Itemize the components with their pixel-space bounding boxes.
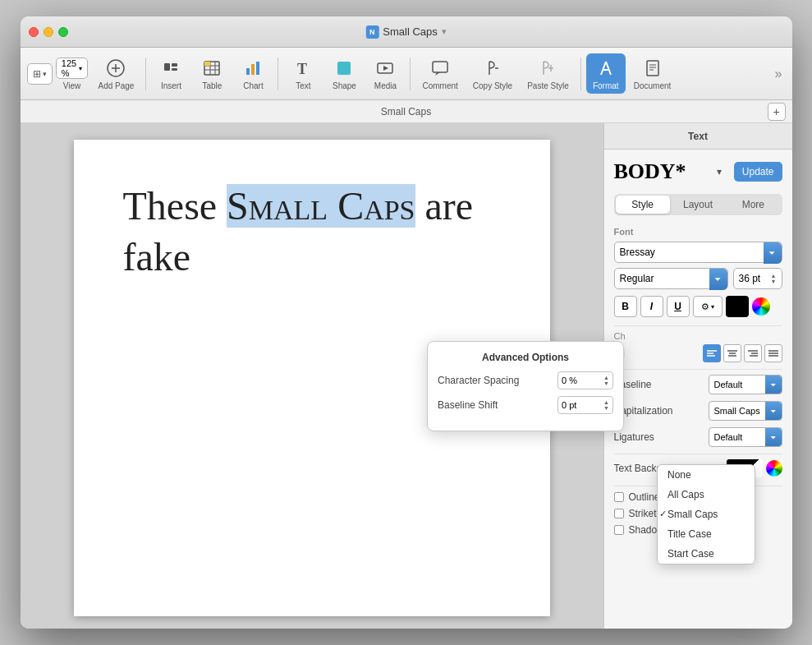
text-color-swatch[interactable] bbox=[726, 296, 749, 317]
char-section-label: Ch bbox=[614, 331, 782, 341]
panel-header: Text bbox=[604, 123, 792, 150]
svg-rect-21 bbox=[647, 61, 658, 76]
media-toolbar-item[interactable]: Media bbox=[365, 53, 405, 94]
svg-rect-13 bbox=[251, 64, 255, 75]
document-bar: Small Caps + bbox=[21, 100, 792, 123]
view-zoom-group: ⊞ ▾ bbox=[27, 63, 53, 85]
font-style-row: Regular ⏷ 36 pt ▲▼ bbox=[614, 268, 782, 289]
char-spacing-input[interactable]: 0 % ▲▼ bbox=[557, 371, 613, 389]
document-toolbar-item[interactable]: Document bbox=[627, 53, 678, 94]
ligatures-select[interactable]: Default ⏷ bbox=[709, 427, 782, 447]
capitalization-select[interactable]: Small Caps ⏷ bbox=[709, 401, 782, 421]
toolbar-separator-1 bbox=[145, 58, 146, 90]
minimize-button[interactable] bbox=[44, 27, 53, 37]
font-size-input[interactable]: 36 pt ▲▼ bbox=[733, 268, 782, 289]
svg-rect-12 bbox=[246, 68, 250, 75]
toolbar: ⊞ ▾ 125 % ▾ View Add Page bbox=[21, 48, 792, 100]
text-toolbar-item[interactable]: T Text bbox=[283, 53, 323, 94]
ligatures-row: Ligatures Default ⏷ bbox=[614, 427, 782, 447]
font-size-stepper[interactable]: ▲▼ bbox=[771, 273, 777, 284]
format-toolbar-item[interactable]: Format bbox=[586, 53, 626, 94]
align-right-button[interactable] bbox=[744, 344, 762, 362]
divider-1 bbox=[614, 325, 782, 326]
svg-text:T: T bbox=[297, 61, 307, 77]
italic-button[interactable]: I bbox=[640, 296, 663, 317]
maximize-button[interactable] bbox=[58, 27, 68, 37]
view-toolbar-item[interactable]: 125 % ▾ View bbox=[54, 53, 90, 94]
close-button[interactable] bbox=[29, 27, 39, 37]
toolbar-more-button[interactable]: » bbox=[772, 63, 786, 85]
font-style-select[interactable]: Regular ⏷ bbox=[614, 268, 728, 289]
style-dropdown-button[interactable]: ▾ bbox=[709, 162, 729, 182]
text-before-highlight: These bbox=[123, 184, 227, 228]
svg-marker-18 bbox=[383, 66, 388, 71]
font-name-select[interactable]: Bressay ⏷ bbox=[614, 242, 782, 263]
cap-option-small-caps[interactable]: Small Caps bbox=[658, 504, 755, 524]
cap-option-title-case[interactable]: Title Case bbox=[658, 524, 755, 544]
copy-style-toolbar-item[interactable]: Copy Style bbox=[466, 53, 519, 94]
table-toolbar-item[interactable]: Table bbox=[192, 53, 232, 94]
tab-layout[interactable]: Layout bbox=[671, 196, 725, 214]
add-page-toolbar-item[interactable]: Add Page bbox=[92, 53, 141, 94]
baseline-row: Baseline Default ⏷ bbox=[614, 375, 782, 394]
capitalization-dropdown: None All Caps Small Caps Title Case Star… bbox=[657, 464, 755, 564]
baseline-select[interactable]: Default ⏷ bbox=[709, 375, 782, 394]
shape-toolbar-item[interactable]: Shape bbox=[324, 53, 364, 94]
divider-3 bbox=[614, 454, 782, 454]
char-spacing-stepper[interactable]: ▲▼ bbox=[603, 375, 609, 386]
chart-toolbar-item[interactable]: Chart bbox=[233, 53, 273, 94]
svg-rect-3 bbox=[164, 63, 170, 71]
add-page-button[interactable]: + bbox=[768, 103, 786, 121]
font-name-arrow: ⏷ bbox=[764, 242, 782, 264]
text-options-button[interactable]: ⚙ ▾ bbox=[693, 296, 723, 317]
tab-more[interactable]: More bbox=[726, 196, 780, 214]
style-name: BODY* bbox=[614, 159, 704, 184]
title-bar: N Small Caps ▾ bbox=[21, 16, 792, 48]
strikethrough-checkbox[interactable] bbox=[614, 509, 624, 518]
view-button[interactable]: ⊞ ▾ bbox=[27, 63, 53, 85]
outline-checkbox[interactable] bbox=[614, 492, 624, 502]
capitalization-row: Capitalization Small Caps ⏷ bbox=[614, 401, 782, 421]
bold-button[interactable]: B bbox=[614, 296, 637, 317]
adv-baseline-row: Baseline Shift 0 pt ▲▼ bbox=[438, 396, 613, 414]
style-row: BODY* ▾ Update bbox=[614, 159, 782, 184]
font-style-arrow: ⏷ bbox=[709, 269, 727, 290]
highlighted-text: Small Caps bbox=[227, 184, 415, 228]
divider-2 bbox=[614, 369, 782, 370]
align-justify-button[interactable] bbox=[764, 344, 782, 362]
insert-toolbar-item[interactable]: Insert bbox=[151, 53, 190, 94]
baseline-shift-input[interactable]: 0 pt ▲▼ bbox=[557, 396, 613, 414]
toolbar-separator-2 bbox=[278, 58, 278, 90]
toolbar-separator-3 bbox=[410, 58, 411, 90]
paste-style-toolbar-item[interactable]: Paste Style bbox=[521, 53, 576, 94]
zoom-button[interactable]: 125 % ▾ bbox=[56, 58, 88, 79]
svg-rect-5 bbox=[172, 68, 177, 71]
format-buttons-row: B I U ⚙ ▾ bbox=[614, 296, 782, 317]
update-style-button[interactable]: Update bbox=[734, 162, 782, 182]
font-name-container: Bressay ⏷ bbox=[614, 242, 782, 263]
svg-rect-19 bbox=[433, 62, 447, 72]
cap-option-all-caps[interactable]: All Caps bbox=[658, 485, 755, 504]
tab-style[interactable]: Style bbox=[616, 196, 670, 214]
underline-button[interactable]: U bbox=[667, 296, 690, 317]
color-wheel-button[interactable] bbox=[752, 297, 770, 316]
panel-tabs: Style Layout More bbox=[614, 194, 782, 215]
baseline-shift-stepper[interactable]: ▲▼ bbox=[603, 399, 609, 411]
cap-option-none[interactable]: None bbox=[658, 465, 755, 485]
svg-rect-14 bbox=[256, 62, 259, 75]
svg-rect-4 bbox=[172, 63, 177, 67]
app-icon: N bbox=[365, 25, 378, 39]
align-left-button[interactable] bbox=[703, 344, 721, 362]
font-section-label: Font bbox=[614, 227, 782, 237]
toolbar-separator-4 bbox=[580, 58, 581, 90]
align-center-button[interactable] bbox=[723, 344, 741, 362]
page-text: These Small Caps are fake bbox=[123, 181, 501, 283]
comment-toolbar-item[interactable]: Comment bbox=[415, 53, 464, 94]
advanced-options-popup: Advanced Options Character Spacing 0 % ▲… bbox=[427, 341, 624, 431]
cap-option-start-case[interactable]: Start Case bbox=[658, 544, 755, 564]
traffic-lights bbox=[29, 27, 68, 37]
shadow-checkbox[interactable] bbox=[614, 525, 624, 535]
advanced-options-title: Advanced Options bbox=[438, 352, 613, 363]
text-bg-color-wheel[interactable] bbox=[766, 460, 782, 477]
adv-char-spacing-row: Character Spacing 0 % ▲▼ bbox=[438, 371, 613, 389]
